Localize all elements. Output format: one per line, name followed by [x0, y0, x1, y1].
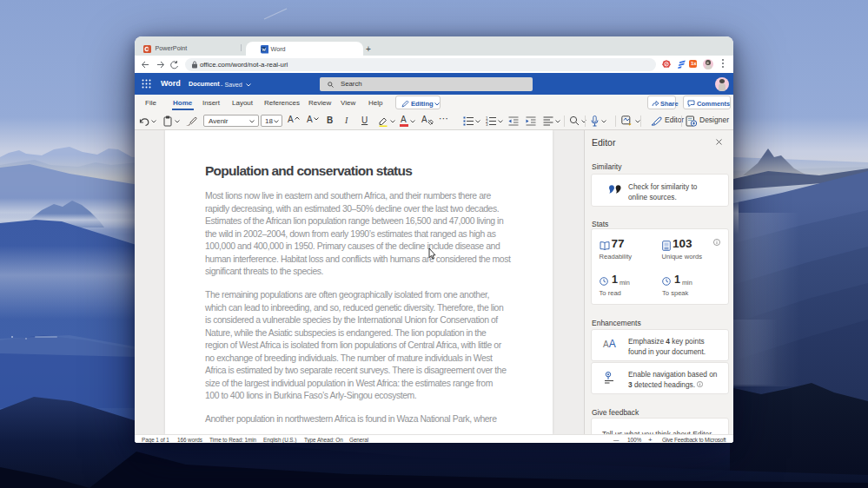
svg-text:3: 3	[486, 122, 488, 126]
